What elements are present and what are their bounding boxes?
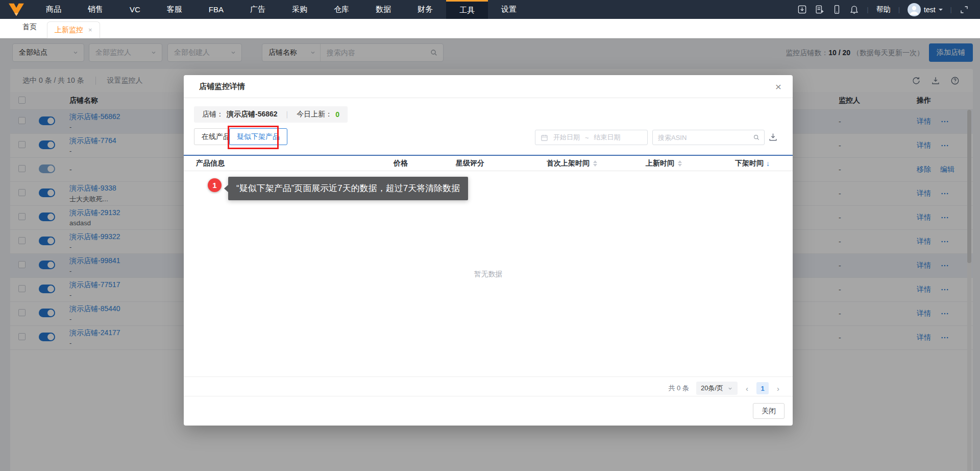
nav-divider: | [898,6,900,13]
nav-item[interactable]: VC [116,0,154,19]
sort-desc-icon[interactable]: ↓ [766,159,770,168]
chevron-down-icon [939,9,943,13]
app-window: 商品销售VC客服FBA广告采购仓库数据财务工具设置 | 帮助 | test | [0,0,980,471]
tab-bar: 首页 上新监控 × [0,19,980,38]
search-icon[interactable] [753,133,760,142]
page-size-value: 20条/页 [701,384,723,393]
nav-item[interactable]: 商品 [33,0,75,19]
nav-item[interactable]: 数据 [362,0,404,19]
store-info-bar: 店铺：演示店铺-56862 ｜ 今日上新：0 [194,106,348,123]
annotation-highlight-rect [228,126,279,149]
today-new-label: 今日上新： [297,110,332,119]
app-logo[interactable] [0,0,33,19]
tab-label: 上新监控 [55,26,83,35]
page-size-select[interactable]: 20条/页 [696,382,738,395]
store-name: 演示店铺-56862 [227,110,278,119]
modal-column: 价格 [381,159,444,168]
nav-item[interactable]: 采购 [279,0,321,19]
avatar [908,3,921,16]
next-page-button[interactable]: › [776,384,780,393]
nav-item[interactable]: 销售 [75,0,116,19]
close-button[interactable]: 关闭 [753,403,785,419]
asin-search-input[interactable] [653,134,753,142]
date-range-picker[interactable]: 开始日期 ~ 结束日期 [535,130,648,145]
sort-icon[interactable] [678,160,682,167]
annotation-tooltip: “疑似下架产品”页面展示近7天的数据，超过7天将清除数据 [228,177,468,200]
modal-column-label: 星级评分 [456,159,484,168]
date-start-placeholder: 开始日期 [553,133,580,142]
download-icon[interactable] [768,132,778,142]
nav-right-tools: | 帮助 | test | [797,0,980,19]
modal-column-label: 价格 [394,159,408,168]
chevron-down-icon [727,386,733,391]
mobile-app-icon[interactable] [832,5,842,14]
nav-item[interactable]: 财务 [404,0,446,19]
user-name: test [924,6,936,14]
nav-item[interactable]: FBA [195,0,237,19]
date-tilde: ~ [585,134,589,142]
date-end-placeholder: 结束日期 [594,133,621,142]
modal-column[interactable]: 上新时间 [633,159,723,168]
fullscreen-icon[interactable] [960,5,969,14]
modal-column: 星级评分 [444,159,534,168]
nav-item[interactable]: 客服 [154,0,195,19]
modal-column: 产品信息 [184,159,381,168]
store-label: 店铺： [202,110,224,119]
modal-column-label: 上新时间 [646,159,674,168]
main-menu: 商品销售VC客服FBA广告采购仓库数据财务工具设置 [33,0,530,19]
modal-column[interactable]: 下架时间↓ [723,159,793,168]
nav-item[interactable]: 广告 [237,0,279,19]
asin-search-box [652,130,765,145]
empty-state: 暂无数据 [184,172,793,377]
modal-column-label: 下架时间 [735,159,764,168]
modal-footer: 关闭 [184,396,793,426]
info-separator: ｜ [284,110,291,119]
sort-icon[interactable] [593,160,597,167]
pagination: 共 0 条 20条/页 ‹ 1 › [184,380,793,396]
modal-column[interactable]: 首次上架时间 [534,159,633,168]
bell-icon[interactable] [849,5,859,14]
download-center-icon[interactable] [797,5,807,14]
modal-column-label: 产品信息 [196,159,225,168]
today-new-value: 0 [335,110,339,119]
tab-close-icon[interactable]: × [88,27,92,33]
doc-add-icon[interactable] [815,5,824,14]
calendar-icon [541,134,548,142]
modal-column-label: 首次上架时间 [547,159,590,168]
page-number[interactable]: 1 [756,382,769,394]
tab-home[interactable]: 首页 [0,22,47,38]
total-count: 共 0 条 [668,384,689,393]
fox-logo-icon [8,3,25,17]
empty-text: 暂无数据 [474,270,503,279]
help-link[interactable]: 帮助 [876,5,891,14]
nav-item[interactable]: 仓库 [321,0,362,19]
modal-close-icon[interactable]: × [775,81,781,92]
nav-item[interactable]: 工具 [446,0,488,19]
top-nav: 商品销售VC客服FBA广告采购仓库数据财务工具设置 | 帮助 | test | [0,0,980,19]
nav-item[interactable]: 设置 [488,0,530,19]
prev-page-button[interactable]: ‹ [745,384,749,393]
modal-title: 店铺监控详情 [199,82,245,91]
modal-header: 店铺监控详情 × [184,75,793,98]
annotation-step-badge: 1 [208,178,222,192]
nav-divider: | [950,6,952,13]
modal-table-header: 产品信息价格星级评分首次上架时间上新时间下架时间↓ [184,155,793,171]
user-menu[interactable]: test [908,3,943,16]
tab-new-arrival-monitor[interactable]: 上新监控 × [47,21,100,38]
nav-divider: | [867,6,868,13]
